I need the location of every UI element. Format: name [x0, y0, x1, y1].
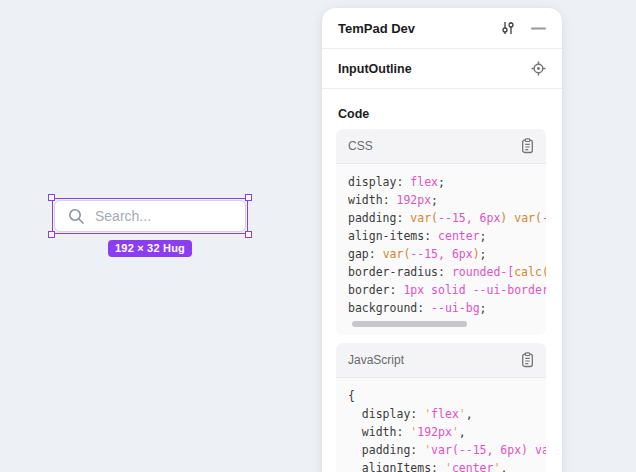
code-line: border-radius: rounded-[calc(v [348, 263, 546, 281]
selected-node-name: InputOutline [338, 62, 531, 76]
search-input-component[interactable]: Search... [54, 200, 246, 232]
dimension-badge: 192 × 32 Hug [108, 240, 192, 257]
settings-button[interactable] [500, 20, 516, 36]
copy-button[interactable] [520, 138, 535, 154]
selected-component[interactable]: Search... [54, 200, 246, 232]
code-line: width: '192px', [348, 423, 546, 441]
resize-handle-top-right[interactable] [245, 194, 252, 201]
scrollbar-thumb[interactable] [352, 321, 467, 327]
panel-title: TemPad Dev [338, 21, 500, 36]
code-line: align-items: center; [348, 227, 546, 245]
code-line: gap: var(--15, 6px); [348, 245, 546, 263]
resize-handle-bottom-right[interactable] [245, 231, 252, 238]
sliders-icon [500, 20, 516, 36]
code-blocks: CSS display: flex;width: 192px;padding: … [336, 129, 546, 472]
copy-button[interactable] [520, 352, 535, 368]
code-block-header: CSS [336, 129, 546, 164]
panel-header: TemPad Dev [322, 8, 562, 49]
code-block-header: JavaScript [336, 343, 546, 378]
minimize-icon [531, 21, 546, 36]
code-section-label: Code [338, 107, 546, 121]
magnifier-icon [68, 208, 85, 225]
clipboard-icon [520, 138, 535, 154]
code-line: padding: var(--15, 6px) var(-- [348, 209, 546, 227]
code-body: display: flex;width: 192px;padding: var(… [336, 164, 546, 335]
code-block-javascript: JavaScript { display: 'flex', width: '19… [336, 343, 546, 472]
code-block-label: JavaScript [348, 353, 520, 367]
code-line: display: flex; [348, 173, 546, 191]
resize-handle-top-left[interactable] [48, 194, 55, 201]
code-block-label: CSS [348, 139, 520, 153]
code-block-css: CSS display: flex;width: 192px;padding: … [336, 129, 546, 335]
code-line: alignItems: 'center', [348, 459, 546, 472]
search-placeholder: Search... [95, 208, 151, 224]
code-body: { display: 'flex', width: '192px', paddi… [336, 378, 546, 472]
minimize-button[interactable] [531, 21, 546, 36]
selected-node-row: InputOutline [322, 49, 562, 89]
code-line: display: 'flex', [348, 405, 546, 423]
code-line: border: 1px solid --ui-border- [348, 281, 546, 299]
code-line: { [348, 387, 546, 405]
clipboard-icon [520, 352, 535, 368]
tempad-dev-panel: TemPad Dev InputOutline [322, 8, 562, 472]
locate-icon [531, 61, 546, 76]
locate-button[interactable] [531, 61, 546, 76]
resize-handle-bottom-left[interactable] [48, 231, 55, 238]
horizontal-scrollbar[interactable] [352, 321, 534, 327]
code-line: width: 192px; [348, 191, 546, 209]
code-line: background: --ui-bg; [348, 299, 546, 317]
code-line: padding: 'var(--15, 6px) var [348, 441, 546, 459]
